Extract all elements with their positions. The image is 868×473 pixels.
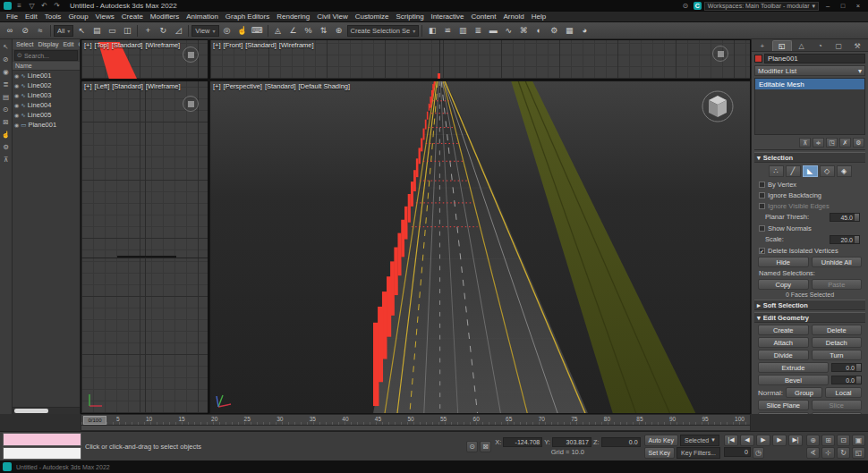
- curve-editor-icon[interactable]: ∿: [501, 24, 515, 38]
- edit-geometry-button[interactable]: Create: [758, 325, 809, 335]
- edit-geometry-button[interactable]: Detach: [812, 337, 863, 348]
- viewport-shading-label[interactable]: [Wireframe]: [146, 82, 181, 90]
- field-of-view-icon[interactable]: ∢: [806, 447, 820, 459]
- modifier-stack[interactable]: Editable Mesh: [754, 78, 865, 135]
- soft-selection-rollout-header[interactable]: ▸ Soft Selection: [754, 300, 865, 310]
- menu-modifiers[interactable]: Modifiers: [147, 13, 183, 21]
- select-and-move-icon[interactable]: +: [140, 24, 155, 38]
- viewport-menu-button[interactable]: [+]: [213, 82, 221, 90]
- scene-object-row[interactable]: ◉ ∿ Line001: [13, 71, 80, 80]
- viewport-shading-label[interactable]: [Wireframe]: [279, 41, 314, 49]
- create-tab[interactable]: +: [753, 40, 771, 51]
- planar-threshold-spinner[interactable]: 45.0: [830, 213, 860, 222]
- current-frame-field[interactable]: 0: [724, 447, 751, 457]
- object-color-swatch[interactable]: [754, 55, 762, 63]
- slice-plane-button[interactable]: Slice Plane: [758, 400, 809, 410]
- undo-icon[interactable]: ↶: [39, 2, 49, 10]
- menu-group[interactable]: Group: [64, 13, 91, 21]
- by-vertex-checkbox[interactable]: By Vertex: [754, 180, 865, 189]
- stack-row-editable-mesh[interactable]: Editable Mesh: [755, 79, 864, 89]
- explorer-pin-icon[interactable]: ⊼: [1, 155, 11, 164]
- explorer-find-icon[interactable]: ⊙: [1, 105, 11, 114]
- menu-tools[interactable]: Tools: [41, 13, 65, 21]
- explorer-select-icon[interactable]: ↖: [1, 42, 11, 51]
- normal-local-button[interactable]: Local: [825, 387, 862, 398]
- vertex-subobject-icon[interactable]: ∴: [769, 165, 784, 177]
- previous-frame-button[interactable]: ◀: [740, 435, 754, 446]
- show-normals-checkbox[interactable]: Show Normals: [754, 224, 865, 232]
- reference-coordinate-dropdown[interactable]: View ▾: [191, 25, 218, 37]
- slice-button[interactable]: Slice: [812, 400, 863, 410]
- selection-lock-icon[interactable]: ⊠: [480, 441, 491, 452]
- viewcube[interactable]: [700, 89, 736, 124]
- percent-snap-icon[interactable]: %: [302, 24, 316, 38]
- user-avatar[interactable]: C: [694, 2, 702, 10]
- snaps-toggle-icon[interactable]: ◬: [271, 24, 285, 38]
- configure-modifier-sets-icon[interactable]: ⚙: [853, 138, 864, 148]
- edit-geometry-button[interactable]: Attach: [758, 337, 809, 348]
- redo-icon[interactable]: ↷: [52, 2, 62, 10]
- select-and-link-icon[interactable]: ∞: [3, 24, 17, 38]
- render-production-icon[interactable]: ◕: [577, 24, 591, 38]
- 3ds-max-app-icon[interactable]: [4, 2, 12, 10]
- menu-civil-view[interactable]: Civil View: [313, 13, 352, 21]
- viewport-pov-label[interactable]: [Left]: [95, 82, 110, 90]
- face-subobject-icon[interactable]: ◣: [803, 165, 818, 177]
- angle-snap-icon[interactable]: ∠: [286, 24, 301, 38]
- edit-named-selection-sets-icon[interactable]: ⊛: [332, 24, 346, 38]
- show-end-result-icon[interactable]: ≑: [813, 138, 824, 148]
- edit-geometry-rollout-header[interactable]: ▾ Edit Geometry: [754, 312, 865, 323]
- key-filters-button[interactable]: Key Filters...: [677, 447, 720, 459]
- go-to-start-button[interactable]: |◀: [724, 435, 738, 446]
- explorer-select-none-icon[interactable]: ⊘: [1, 55, 11, 63]
- material-editor-icon[interactable]: ◐: [532, 24, 546, 38]
- viewport-pov-label[interactable]: [Front]: [224, 41, 243, 49]
- auto-key-button[interactable]: Auto Key: [644, 435, 678, 446]
- viewport-left[interactable]: [+] [Left] [Standard] [Wireframe]: [81, 80, 208, 414]
- viewport-top[interactable]: [+] [Top] [Standard] [Wireframe]: [81, 39, 208, 80]
- hide-button[interactable]: Hide: [758, 257, 809, 267]
- search-icon[interactable]: ⊙: [680, 2, 691, 10]
- edit-geometry-button[interactable]: Divide: [758, 350, 809, 360]
- edit-geometry-button[interactable]: Turn: [812, 350, 863, 360]
- object-name-field[interactable]: Plane001: [764, 54, 865, 63]
- menu-arnold[interactable]: Arnold: [500, 13, 528, 21]
- utilities-tab[interactable]: ⚒: [848, 40, 866, 51]
- viewport-style-label[interactable]: [Standard]: [265, 82, 296, 90]
- menu-file[interactable]: File: [3, 13, 21, 21]
- z-coordinate-field[interactable]: 0.0: [601, 437, 641, 447]
- menu-views[interactable]: Views: [92, 13, 118, 21]
- scrollbar-thumb[interactable]: [14, 409, 48, 413]
- app-menu-icon[interactable]: ≡: [14, 2, 24, 10]
- explorer-menu-display[interactable]: Display: [36, 41, 60, 47]
- extrude-button[interactable]: Extrude: [758, 362, 829, 373]
- copy-named-selection-button[interactable]: Copy: [758, 279, 809, 290]
- menu-scripting[interactable]: Scripting: [392, 13, 427, 21]
- set-key-button[interactable]: Set Key: [644, 447, 676, 459]
- rendered-frame-window-icon[interactable]: ▦: [562, 24, 576, 38]
- select-by-name-icon[interactable]: ▤: [89, 24, 104, 38]
- align-icon[interactable]: ≌: [440, 24, 455, 38]
- display-tab[interactable]: ▢: [830, 40, 847, 51]
- viewport-perspective[interactable]: [+] [Perspective] [Standard] [Default Sh…: [209, 80, 751, 414]
- zoom-icon[interactable]: ⊕: [806, 435, 820, 446]
- modify-tab[interactable]: ◱: [772, 40, 792, 51]
- selection-set-dropdown[interactable]: Selected ▾: [680, 435, 719, 446]
- explorer-settings-icon[interactable]: ⚙: [1, 142, 11, 151]
- selected-object-left-view[interactable]: [117, 256, 176, 258]
- viewport-front[interactable]: [+] [Front] [Standard] [Wireframe]: [209, 39, 751, 80]
- edge-subobject-icon[interactable]: ╱: [786, 165, 801, 177]
- time-configuration-icon[interactable]: ◷: [753, 447, 764, 459]
- mirror-icon[interactable]: ◧: [425, 24, 439, 38]
- listener-line[interactable]: [3, 447, 81, 460]
- unlink-selection-icon[interactable]: ⊘: [18, 24, 32, 38]
- go-to-end-button[interactable]: ▶|: [788, 435, 803, 446]
- modifier-list-dropdown[interactable]: Modifier List ▾: [754, 65, 865, 76]
- menu-content[interactable]: Content: [468, 13, 500, 21]
- menu-help[interactable]: Help: [528, 13, 549, 21]
- maximize-viewport-toggle-icon[interactable]: ◱: [852, 447, 865, 459]
- motion-tab[interactable]: ◔: [811, 40, 829, 51]
- minimize-button[interactable]: –: [821, 2, 834, 10]
- explorer-display-icon[interactable]: ◉: [1, 67, 11, 76]
- window-crossing-icon[interactable]: ◫: [120, 24, 134, 38]
